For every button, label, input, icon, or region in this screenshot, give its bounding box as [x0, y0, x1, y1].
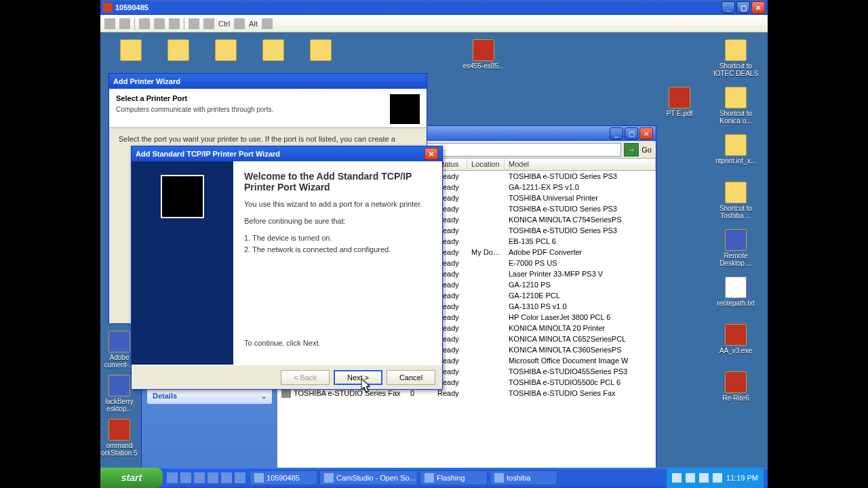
maximize-button[interactable]: ▢: [625, 127, 638, 140]
ctrl-key-label[interactable]: Ctrl: [218, 20, 230, 28]
clock[interactable]: 11:19 PM: [726, 474, 758, 482]
sidebar-panel[interactable]: Details⌄: [147, 388, 272, 404]
toolbar-icon[interactable]: [119, 18, 130, 29]
next-button[interactable]: Next >: [334, 370, 382, 385]
cell-model: TOSHIBA e-STUDIO455Series PS3: [505, 367, 656, 375]
desktop-shortcut[interactable]: Shortcut to Konica o...: [712, 87, 760, 125]
quicklaunch-icon[interactable]: [208, 472, 218, 483]
wizard-titlebar[interactable]: Add Standard TCP/IP Printer Port Wizard …: [132, 146, 442, 161]
cell-model: GA-1211-EX PS v1.0: [505, 183, 656, 191]
toolbar-icon[interactable]: [262, 18, 273, 29]
task-label: toshiba: [507, 474, 530, 482]
tray-icon[interactable]: [699, 473, 709, 483]
desktop-file[interactable]: Re-Rite6: [712, 371, 760, 402]
quicklaunch-icon[interactable]: [180, 472, 191, 483]
icon-label: Shortcut to Konica o...: [719, 110, 752, 125]
cell-model: GA-1310 PS v1.0: [505, 302, 656, 310]
toolbar-icon[interactable]: [203, 18, 214, 29]
back-button[interactable]: < Back: [281, 370, 330, 385]
taskbar-task[interactable]: 10590485: [250, 470, 317, 485]
maximize-button[interactable]: ▢: [736, 1, 750, 14]
minimize-button[interactable]: _: [722, 1, 735, 14]
desktop-folder[interactable]: [202, 39, 250, 62]
desktop-folder[interactable]: [250, 39, 297, 62]
cancel-button[interactable]: Cancel: [387, 370, 435, 385]
desktop-file[interactable]: PT E.pdf: [656, 87, 703, 117]
toolbar-icon[interactable]: [139, 18, 150, 29]
alt-key-label[interactable]: Alt: [249, 20, 258, 28]
chevron-down-icon[interactable]: ⌄: [261, 392, 267, 400]
session-toolbar: Ctrl Alt: [100, 15, 768, 33]
quicklaunch-icon[interactable]: [194, 472, 205, 483]
task-icon: [254, 473, 264, 483]
cell-model: TOSHIBA e-STUDIO Series PS3: [505, 172, 656, 180]
tray-icon[interactable]: [672, 473, 682, 483]
tcpip-port-wizard[interactable]: Add Standard TCP/IP Printer Port Wizard …: [131, 146, 443, 390]
tray-icon[interactable]: [686, 473, 695, 483]
remote-session-window: 10590485 _ ▢ ✕ Ctrl Alt es455-es85... Sh…: [100, 0, 768, 488]
wizard-titlebar[interactable]: Add Printer Wizard: [109, 74, 427, 89]
toolbar-icon[interactable]: [189, 18, 199, 29]
cell-model: TOSHIBA Universal Printer: [505, 194, 656, 202]
wizard-text: You use this wizard to add a port for a …: [244, 199, 431, 209]
outer-titlebar[interactable]: 10590485 _ ▢ ✕: [100, 0, 768, 15]
cell-model: KONICA MINOLTA C360SeriesPS: [505, 346, 656, 354]
quicklaunch-icon[interactable]: [221, 472, 232, 483]
separator: [184, 18, 184, 30]
wizard-text: Before continuing be sure that:: [244, 216, 431, 226]
cell-status: Ready: [433, 389, 467, 397]
toolbar-icon[interactable]: [104, 18, 115, 29]
icon-label: lackBerry esktop...: [105, 398, 134, 413]
taskbar-task[interactable]: toshiba: [490, 470, 557, 485]
col-model[interactable]: Model: [505, 159, 656, 170]
remote-desktop[interactable]: es455-es85... Shortcut to IOTEC DEALS Sh…: [100, 33, 768, 488]
taskbar[interactable]: start 10590485CamStudio - Open So...Flas…: [100, 468, 768, 488]
close-button[interactable]: ✕: [639, 127, 653, 140]
desktop-folder[interactable]: [297, 39, 344, 62]
task-label: CamStudio - Open So...: [336, 474, 416, 482]
toolbar-icon[interactable]: [234, 18, 245, 29]
minimize-button[interactable]: _: [610, 127, 623, 140]
desktop-shortcut[interactable]: ntprint.inf_x...: [712, 134, 760, 165]
quicklaunch-icon[interactable]: [235, 472, 245, 483]
close-button[interactable]: ✕: [425, 148, 438, 160]
quicklaunch-icon[interactable]: [167, 472, 178, 483]
icon-label: reritepath.txt: [717, 300, 755, 307]
task-icon: [494, 473, 504, 483]
wizard-heading: Welcome to the Add Standard TCP/IP Print…: [244, 171, 431, 192]
desktop-shortcut[interactable]: Shortcut to IOTEC DEALS: [712, 39, 760, 77]
cell-name: TOSHIBA e-STUDIO Series Fax: [294, 389, 401, 397]
wizard-body-text: Select the port you want your printer to…: [119, 135, 395, 143]
taskbar-task[interactable]: Flashing: [420, 470, 488, 485]
wizard-side-graphic: [132, 161, 233, 365]
icon-label: PT E.pdf: [667, 110, 693, 117]
cell-model: Laser Printer 33-MFP PS3 V: [505, 270, 656, 278]
cell-model: TOSHIBA e-STUDIO Series Fax: [505, 389, 656, 397]
desktop-folder[interactable]: [107, 39, 155, 62]
start-button[interactable]: start: [100, 468, 163, 488]
separator: [134, 18, 135, 30]
desktop-shortcut[interactable]: Remote Desktop ...: [712, 229, 760, 267]
desktop-folder[interactable]: [155, 39, 202, 62]
window-title: 10590485: [115, 3, 149, 12]
wizard-content: Welcome to the Add Standard TCP/IP Print…: [233, 161, 442, 365]
desktop-file[interactable]: es455-es85...: [460, 39, 507, 70]
tray-icon[interactable]: [713, 473, 722, 483]
toolbar-icon[interactable]: [169, 18, 180, 29]
desktop-file[interactable]: reritepath.txt: [712, 277, 760, 307]
go-button[interactable]: →: [624, 143, 639, 157]
col-location[interactable]: Location: [467, 159, 505, 170]
desktop-shortcut[interactable]: ommand orkStation 5: [100, 419, 138, 457]
desktop-shortcut[interactable]: Shortcut to Toshiba ...: [712, 182, 760, 220]
wizard-bullet: 1. The device is turned on.: [244, 233, 431, 243]
system-tray[interactable]: 11:19 PM: [667, 468, 764, 488]
icon-label: Shortcut to IOTEC DEALS: [713, 62, 758, 77]
cell-model: HP Color LaserJet 3800 PCL 6: [505, 313, 656, 321]
wizard-continue-text: To continue, click Next.: [244, 338, 431, 348]
cell-model: E-7000 PS US: [505, 259, 656, 267]
close-button[interactable]: ✕: [751, 1, 765, 14]
desktop-file[interactable]: AA_v3.exe: [712, 324, 760, 354]
toolbar-icon[interactable]: [154, 18, 165, 29]
taskbar-task[interactable]: CamStudio - Open So...: [319, 470, 418, 485]
icon-label: Adobe cument-...: [104, 354, 134, 369]
